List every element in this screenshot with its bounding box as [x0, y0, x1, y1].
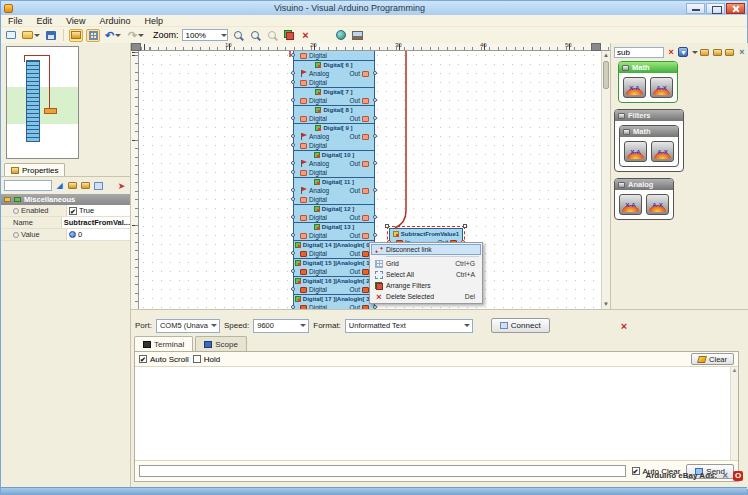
property-value[interactable]: 0: [67, 229, 130, 240]
component-search-input[interactable]: [614, 47, 664, 58]
connect-button[interactable]: Connect: [491, 318, 550, 333]
property-value[interactable]: ✔True: [67, 205, 130, 216]
input-pin[interactable]: [291, 251, 295, 255]
collapse-folder-icon[interactable]: [80, 180, 91, 191]
filter-icon[interactable]: ◢: [54, 180, 65, 191]
canvas-block[interactable]: Digital[ 8 ]DigitalOut: [293, 105, 375, 124]
input-pin[interactable]: [291, 98, 295, 102]
component-tile[interactable]: X-A: [623, 77, 646, 98]
grid-toggle-button[interactable]: [86, 29, 100, 42]
canvas-block[interactable]: Digital[ 12 ]DigitalOut: [293, 204, 375, 223]
menu-file[interactable]: File: [1, 16, 30, 26]
input-pin[interactable]: [291, 287, 295, 291]
canvas-block[interactable]: Digital[ 11 ]AnalogOutDigital: [293, 177, 375, 205]
clear-button[interactable]: Clear: [691, 353, 734, 365]
maximize-button[interactable]: [706, 3, 725, 14]
ads-tools-icon[interactable]: ×: [722, 470, 728, 481]
open-button[interactable]: [21, 29, 41, 42]
context-menu-item-disconnect-link[interactable]: Disconnect link: [371, 244, 481, 255]
component-group-math[interactable]: MathX-AA-X: [618, 61, 678, 103]
undo-button[interactable]: ↶: [103, 29, 123, 42]
output-pin[interactable]: [373, 188, 377, 192]
input-pin[interactable]: [291, 80, 295, 84]
menu-view[interactable]: View: [59, 16, 92, 26]
output-pin[interactable]: [373, 98, 377, 102]
input-pin[interactable]: [291, 161, 295, 165]
expand-folder-icon[interactable]: [67, 180, 78, 191]
tab-properties[interactable]: Properties: [4, 163, 65, 176]
canvas-block[interactable]: Digital[ 15 ]|AnalogIn[ 1 ]DigitalOut: [293, 258, 375, 277]
pin-icon[interactable]: ➤: [116, 180, 127, 191]
title-bar[interactable]: Visuino - Visual Arduino Programming: [1, 1, 747, 15]
output-scrollbar[interactable]: ▲: [730, 367, 738, 460]
output-pin[interactable]: [373, 215, 377, 219]
close-button[interactable]: [726, 3, 745, 14]
component-tile[interactable]: X-A: [624, 141, 647, 162]
component-group-analog[interactable]: AnalogX-AA-X: [614, 178, 674, 220]
design-canvas[interactable]: 1020304050 DigitalDigital[ 6 ]AnalogOutD…: [131, 43, 611, 309]
group-header[interactable]: Filters: [615, 110, 683, 121]
output-pin[interactable]: [373, 71, 377, 75]
port-select[interactable]: COM5 (Unava: [156, 319, 220, 333]
speed-select[interactable]: 9600: [253, 319, 309, 333]
tab-terminal[interactable]: Terminal: [134, 336, 193, 351]
component-group-math[interactable]: MathX-AA-X: [619, 125, 679, 167]
zoom-in-button[interactable]: [231, 29, 245, 42]
help-button[interactable]: [334, 29, 348, 42]
output-pin[interactable]: [373, 233, 377, 237]
menu-edit[interactable]: Edit: [30, 16, 60, 26]
tools-icon[interactable]: ×: [737, 46, 747, 58]
canvas-block[interactable]: Digital[ 7 ]DigitalOut: [293, 87, 375, 106]
component-tile[interactable]: A-X: [651, 141, 674, 162]
terminal-output[interactable]: ▲: [135, 367, 738, 461]
group-header[interactable]: Math: [619, 62, 677, 73]
open-folder-icon[interactable]: [712, 46, 722, 58]
arrange-button[interactable]: [282, 29, 296, 42]
zoom-reset-button[interactable]: [265, 29, 279, 42]
property-row[interactable]: NameSubtractFromVal...: [1, 217, 130, 229]
panels-toggle-button[interactable]: [69, 29, 83, 42]
input-pin[interactable]: [291, 197, 295, 201]
component-tile[interactable]: A-X: [650, 77, 673, 98]
zoom-select[interactable]: 100%: [182, 29, 228, 41]
input-pin[interactable]: [291, 53, 295, 57]
terminal-input[interactable]: [139, 465, 626, 477]
gallery-button[interactable]: [351, 29, 365, 42]
redo-button[interactable]: ↷: [126, 29, 146, 42]
output-pin[interactable]: [373, 116, 377, 120]
canvas-vertical-scrollbar[interactable]: ▲ ▼: [601, 51, 610, 309]
checkbox[interactable]: ✔: [69, 207, 77, 215]
component-tile[interactable]: A-X: [646, 194, 669, 215]
context-menu-item-grid[interactable]: GridCtrl+G: [371, 258, 481, 269]
canvas-block[interactable]: Digital[ 13 ]DigitalOut: [293, 222, 375, 241]
delete-button[interactable]: ×: [299, 29, 313, 42]
scroll-up-icon[interactable]: ▲: [602, 51, 610, 60]
search-options-button[interactable]: ▼: [678, 46, 688, 58]
input-pin[interactable]: [291, 188, 295, 192]
serial-tools-icon[interactable]: ×: [618, 320, 630, 332]
input-pin[interactable]: [291, 269, 295, 273]
copy-icon[interactable]: [700, 46, 710, 58]
canvas-block[interactable]: Digital[ 6 ]AnalogOutDigital: [293, 60, 375, 88]
property-filter-input[interactable]: [4, 180, 52, 191]
menu-help[interactable]: Help: [137, 16, 170, 26]
auto-scroll-checkbox[interactable]: ✔ Auto Scroll: [139, 355, 189, 364]
selection-handle[interactable]: [463, 224, 467, 228]
property-category[interactable]: Miscellaneous: [1, 194, 130, 205]
hold-checkbox[interactable]: Hold: [193, 355, 220, 364]
input-pin[interactable]: [291, 134, 295, 138]
canvas-block[interactable]: Digital[ 9 ]AnalogOutDigital: [293, 123, 375, 151]
canvas-surface[interactable]: DigitalDigital[ 6 ]AnalogOutDigitalDigit…: [139, 51, 601, 309]
canvas-block[interactable]: Digital[ 17 ]|AnalogIn[ 3 ]DigitalOut: [293, 294, 375, 309]
property-row[interactable]: Enabled✔True: [1, 205, 130, 217]
input-pin[interactable]: [291, 143, 295, 147]
property-row[interactable]: Value0: [1, 229, 130, 241]
canvas-block[interactable]: Digital[ 16 ]|AnalogIn[ 2 ]DigitalOut: [293, 276, 375, 295]
group-header[interactable]: Analog: [615, 179, 673, 190]
group-header[interactable]: Math: [620, 126, 678, 137]
categorized-view-icon[interactable]: [93, 180, 104, 191]
clear-search-icon[interactable]: ×: [666, 46, 676, 58]
zoom-out-button[interactable]: [248, 29, 262, 42]
context-menu-item-select-all[interactable]: Select AllCtrl+A: [371, 269, 481, 280]
selection-handle[interactable]: [385, 224, 389, 228]
